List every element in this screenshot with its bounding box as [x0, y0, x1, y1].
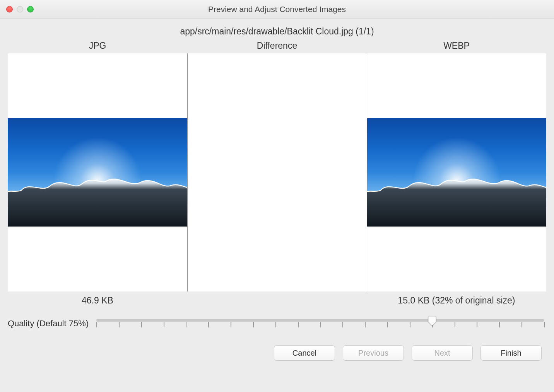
converted-size-label: 15.0 KB (32% of original size) — [367, 295, 546, 306]
converted-image — [367, 118, 546, 227]
file-path-label: app/src/main/res/drawable/Backlit Cloud.… — [8, 24, 546, 41]
column-header-original: JPG — [8, 41, 187, 53]
close-window-button[interactable] — [6, 6, 13, 12]
finish-button[interactable]: Finish — [480, 345, 542, 361]
difference-image-panel — [187, 53, 367, 291]
window-controls — [6, 6, 34, 12]
difference-size-label — [187, 295, 367, 306]
original-size-label: 46.9 KB — [8, 295, 187, 306]
zoom-window-button[interactable] — [27, 6, 34, 12]
cancel-button[interactable]: Cancel — [274, 345, 335, 361]
original-image-panel — [8, 53, 187, 291]
quality-slider[interactable] — [96, 315, 544, 332]
minimize-window-button — [17, 6, 23, 12]
previous-button[interactable]: Previous — [343, 345, 404, 361]
quality-label: Quality (Default 75%) — [8, 319, 89, 329]
window-title: Preview and Adjust Converted Images — [208, 5, 346, 14]
column-header-difference: Difference — [187, 41, 367, 53]
next-button[interactable]: Next — [412, 345, 473, 361]
window-titlebar: Preview and Adjust Converted Images — [0, 0, 554, 19]
original-image — [8, 118, 187, 227]
converted-image-panel — [367, 53, 546, 291]
column-header-converted: WEBP — [367, 41, 546, 53]
